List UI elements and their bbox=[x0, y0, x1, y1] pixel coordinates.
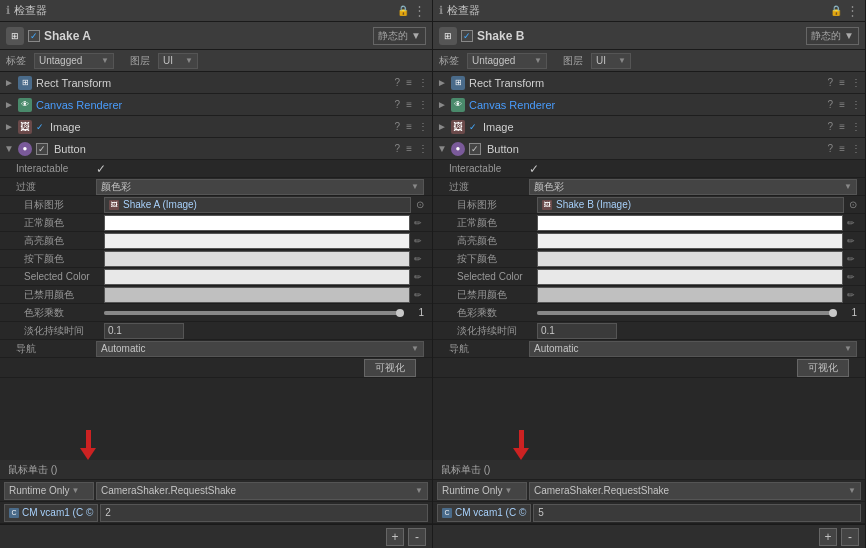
fade-input[interactable] bbox=[537, 323, 617, 339]
target-val-field[interactable]: 5 bbox=[533, 504, 861, 522]
method-dropdown[interactable]: CameraShaker.RequestShake ▼ bbox=[529, 482, 861, 500]
settings-icon[interactable]: ≡ bbox=[406, 143, 412, 154]
color-edit-icon[interactable]: ✏ bbox=[412, 218, 424, 228]
remove-button[interactable]: - bbox=[841, 528, 859, 546]
layer-dropdown[interactable]: UI▼ bbox=[591, 53, 631, 69]
go-name[interactable]: Shake A bbox=[44, 29, 369, 43]
target-dot[interactable]: ⊙ bbox=[416, 199, 424, 210]
target-val-field[interactable]: 2 bbox=[100, 504, 428, 522]
color-edit-icon3[interactable]: ✏ bbox=[412, 254, 424, 264]
component-image[interactable]: ► 🖼 ✓ Image ? ≡ ⋮ bbox=[0, 116, 432, 138]
multiplier-slider[interactable]: 1 bbox=[537, 305, 857, 321]
interactable-checkbox[interactable]: ✓ bbox=[96, 162, 106, 176]
more-icon[interactable]: ⋮ bbox=[851, 121, 861, 132]
target-obj-field[interactable]: C CM vcam1 (C © bbox=[4, 504, 98, 522]
button-checkbox[interactable]: ✓ bbox=[36, 143, 48, 155]
eye-icon: 👁 bbox=[18, 98, 32, 112]
component-image[interactable]: ► 🖼 ✓ Image ? ≡ ⋮ bbox=[433, 116, 865, 138]
more-icon[interactable]: ⋮ bbox=[851, 143, 861, 154]
color-edit-icon3[interactable]: ✏ bbox=[845, 254, 857, 264]
more-icon[interactable]: ⋮ bbox=[851, 99, 861, 110]
help-icon[interactable]: ? bbox=[395, 99, 401, 110]
component-button-header[interactable]: ▼ ● ✓ Button ? ≡ ⋮ bbox=[433, 138, 865, 160]
press-color-swatch[interactable] bbox=[104, 251, 410, 267]
transition-dropdown[interactable]: 颜色彩 ▼ bbox=[529, 179, 857, 195]
color-edit-icon2[interactable]: ✏ bbox=[845, 236, 857, 246]
settings-icon[interactable]: ≡ bbox=[839, 99, 845, 110]
nav-dropdown[interactable]: Automatic ▼ bbox=[96, 341, 424, 357]
visualize-button[interactable]: 可视化 bbox=[797, 359, 849, 377]
button-checkbox[interactable]: ✓ bbox=[469, 143, 481, 155]
component-rect-transform[interactable]: ► ⊞ Rect Transform ? ≡ ⋮ bbox=[433, 72, 865, 94]
selected-color-swatch[interactable] bbox=[537, 269, 843, 285]
remove-button[interactable]: - bbox=[408, 528, 426, 546]
press-color-swatch[interactable] bbox=[537, 251, 843, 267]
selected-color-swatch[interactable] bbox=[104, 269, 410, 285]
nav-dropdown[interactable]: Automatic ▼ bbox=[529, 341, 857, 357]
disabled-color-swatch[interactable] bbox=[537, 287, 843, 303]
more-icon[interactable]: ⋮ bbox=[418, 77, 428, 88]
target-dot[interactable]: ⊙ bbox=[849, 199, 857, 210]
color-edit-icon4[interactable]: ✏ bbox=[412, 272, 424, 282]
settings-icon[interactable]: ≡ bbox=[839, 77, 845, 88]
settings-icon[interactable]: ≡ bbox=[406, 99, 412, 110]
go-name[interactable]: Shake B bbox=[477, 29, 802, 43]
add-button[interactable]: + bbox=[819, 528, 837, 546]
lock-icon[interactable]: 🔒 bbox=[397, 5, 409, 16]
settings-icon[interactable]: ≡ bbox=[839, 121, 845, 132]
color-edit-icon5[interactable]: ✏ bbox=[845, 290, 857, 300]
settings-icon[interactable]: ≡ bbox=[839, 143, 845, 154]
normal-color-swatch[interactable] bbox=[104, 215, 410, 231]
highlight-color-swatch[interactable] bbox=[104, 233, 410, 249]
more-icon[interactable]: ⋮ bbox=[851, 77, 861, 88]
tag-dropdown[interactable]: Untagged▼ bbox=[34, 53, 114, 69]
disabled-color-swatch[interactable] bbox=[104, 287, 410, 303]
color-edit-icon5[interactable]: ✏ bbox=[412, 290, 424, 300]
help-icon[interactable]: ? bbox=[395, 143, 401, 154]
go-checkbox[interactable]: ✓ bbox=[461, 30, 473, 42]
slider-thumb[interactable] bbox=[829, 309, 837, 317]
transition-dropdown[interactable]: 颜色彩 ▼ bbox=[96, 179, 424, 195]
kebab-menu[interactable]: ⋮ bbox=[413, 3, 426, 18]
help-icon[interactable]: ? bbox=[828, 143, 834, 154]
interactable-checkbox[interactable]: ✓ bbox=[529, 162, 539, 176]
help-icon[interactable]: ? bbox=[828, 99, 834, 110]
kebab-menu[interactable]: ⋮ bbox=[846, 3, 859, 18]
runtime-dropdown[interactable]: Runtime Only ▼ bbox=[4, 482, 94, 500]
highlight-color-swatch[interactable] bbox=[537, 233, 843, 249]
color-edit-icon[interactable]: ✏ bbox=[845, 218, 857, 228]
target-graphic-field[interactable]: 🖼 Shake B (Image) bbox=[537, 197, 844, 213]
help-icon[interactable]: ? bbox=[395, 121, 401, 132]
help-icon[interactable]: ? bbox=[395, 77, 401, 88]
multiplier-slider[interactable]: 1 bbox=[104, 305, 424, 321]
more-icon[interactable]: ⋮ bbox=[418, 143, 428, 154]
method-dropdown[interactable]: CameraShaker.RequestShake ▼ bbox=[96, 482, 428, 500]
settings-icon[interactable]: ≡ bbox=[406, 121, 412, 132]
component-canvas-renderer[interactable]: ► 👁 Canvas Renderer ? ≡ ⋮ bbox=[433, 94, 865, 116]
normal-color-swatch[interactable] bbox=[537, 215, 843, 231]
static-dropdown[interactable]: 静态的 ▼ bbox=[373, 27, 426, 45]
color-edit-icon4[interactable]: ✏ bbox=[845, 272, 857, 282]
fade-input[interactable] bbox=[104, 323, 184, 339]
visualize-button[interactable]: 可视化 bbox=[364, 359, 416, 377]
component-rect-transform[interactable]: ► ⊞ Rect Transform ? ≡ ⋮ bbox=[0, 72, 432, 94]
component-canvas-renderer[interactable]: ► 👁 Canvas Renderer ? ≡ ⋮ bbox=[0, 94, 432, 116]
lock-icon[interactable]: 🔒 bbox=[830, 5, 842, 16]
layer-dropdown[interactable]: UI▼ bbox=[158, 53, 198, 69]
slider-thumb[interactable] bbox=[396, 309, 404, 317]
target-graphic-field[interactable]: 🖼 Shake A (Image) bbox=[104, 197, 411, 213]
help-icon[interactable]: ? bbox=[828, 121, 834, 132]
tag-dropdown[interactable]: Untagged▼ bbox=[467, 53, 547, 69]
target-obj-field[interactable]: C CM vcam1 (C © bbox=[437, 504, 531, 522]
static-dropdown[interactable]: 静态的 ▼ bbox=[806, 27, 859, 45]
more-icon[interactable]: ⋮ bbox=[418, 99, 428, 110]
color-edit-icon2[interactable]: ✏ bbox=[412, 236, 424, 246]
component-button-header[interactable]: ▼ ● ✓ Button ? ≡ ⋮ bbox=[0, 138, 432, 160]
target-obj-value: CM vcam1 (C © bbox=[455, 507, 526, 518]
runtime-dropdown[interactable]: Runtime Only ▼ bbox=[437, 482, 527, 500]
settings-icon[interactable]: ≡ bbox=[406, 77, 412, 88]
add-button[interactable]: + bbox=[386, 528, 404, 546]
help-icon[interactable]: ? bbox=[828, 77, 834, 88]
go-checkbox[interactable]: ✓ bbox=[28, 30, 40, 42]
more-icon[interactable]: ⋮ bbox=[418, 121, 428, 132]
